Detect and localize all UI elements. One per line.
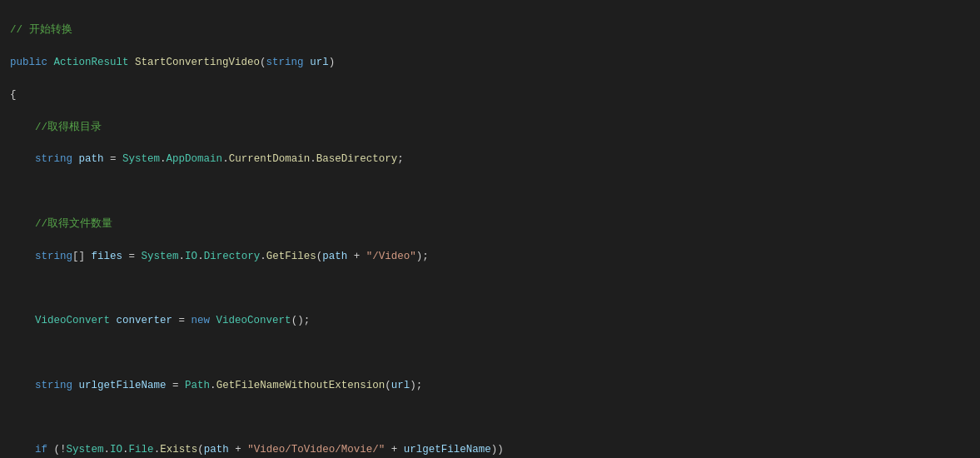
var-files: files bbox=[92, 251, 123, 262]
line-12: string urlgetFileName = Path.GetFileName… bbox=[10, 378, 970, 394]
kw-new: new bbox=[192, 315, 211, 326]
comment-3: //取得文件数量 bbox=[35, 218, 112, 230]
kw-string2: string bbox=[35, 251, 72, 262]
type-file1: File bbox=[129, 444, 154, 456]
kw-string1: string bbox=[35, 153, 72, 165]
type-system2: System bbox=[142, 251, 179, 262]
param-url: url bbox=[310, 57, 329, 68]
line-13 bbox=[10, 410, 970, 426]
method-startconverting: StartConvertingVideo bbox=[135, 57, 260, 68]
type-directory: Directory bbox=[204, 251, 261, 262]
line-7: //取得文件数量 bbox=[10, 217, 970, 232]
line-3: { bbox=[10, 87, 970, 103]
keyword-public: public bbox=[10, 57, 47, 68]
arg-path1: path bbox=[322, 251, 347, 262]
comment-1: // 开始转换 bbox=[10, 24, 72, 36]
line-1: // 开始转换 bbox=[10, 22, 970, 38]
type-path1: Path bbox=[185, 380, 210, 391]
line-14: if (!System.IO.File.Exists(path + "Video… bbox=[10, 442, 970, 458]
method-currentdomain: CurrentDomain bbox=[229, 153, 311, 165]
code-editor: // 开始转换 public ActionResult StartConvert… bbox=[0, 0, 980, 458]
type-io: IO bbox=[185, 251, 197, 262]
kw-string3: string bbox=[35, 380, 72, 391]
type-system: System bbox=[122, 153, 160, 165]
kw-if1: if bbox=[35, 444, 47, 456]
str-tovideo1: "Video/ToVideo/Movie/" bbox=[247, 444, 385, 456]
type-appdomain: AppDomain bbox=[167, 153, 223, 165]
str-video: "/Video" bbox=[366, 251, 416, 262]
var-path: path bbox=[79, 153, 104, 165]
type-videoconvert1: VideoConvert bbox=[35, 315, 110, 326]
type-videoconvert2: VideoConvert bbox=[216, 315, 291, 326]
arg-path2: path bbox=[204, 444, 229, 456]
line-9 bbox=[10, 281, 970, 296]
line-8: string[] files = System.IO.Directory.Get… bbox=[10, 249, 970, 265]
line-11 bbox=[10, 346, 970, 361]
type-system3: System bbox=[67, 444, 104, 456]
method-basedir: BaseDirectory bbox=[316, 153, 398, 165]
method-exists1: Exists bbox=[160, 444, 197, 456]
arg-urlgetfilename1: urlgetFileName bbox=[404, 444, 491, 456]
line-4: //取得根目录 bbox=[10, 120, 970, 136]
line-6 bbox=[10, 184, 970, 200]
type-io2: IO bbox=[110, 444, 122, 456]
line-2: public ActionResult StartConvertingVideo… bbox=[10, 55, 970, 71]
arg-url1: url bbox=[391, 380, 410, 391]
comment-2: //取得根目录 bbox=[35, 122, 102, 133]
keyword-string: string bbox=[266, 57, 304, 68]
var-urlgetfilename: urlgetFileName bbox=[79, 380, 167, 391]
type-actionresult: ActionResult bbox=[54, 57, 129, 68]
method-getfilenamewithout: GetFileNameWithoutExtension bbox=[216, 380, 386, 391]
method-getfiles: GetFiles bbox=[266, 251, 316, 262]
line-5: string path = System.AppDomain.CurrentDo… bbox=[10, 152, 970, 167]
line-10: VideoConvert converter = new VideoConver… bbox=[10, 313, 970, 329]
var-converter: converter bbox=[117, 315, 173, 326]
